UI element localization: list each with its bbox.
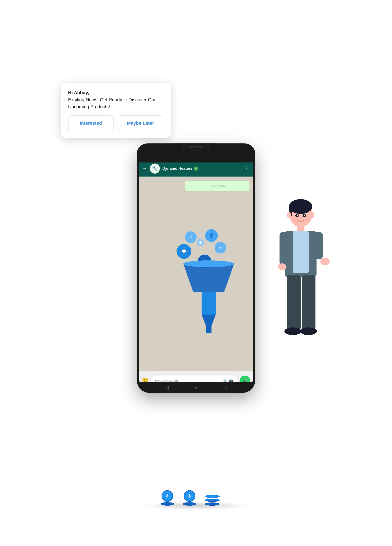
svg-point-4: [183, 260, 234, 267]
coin-shadow-2: [183, 502, 196, 506]
svg-rect-17: [287, 275, 301, 330]
interested-button[interactable]: Interested: [68, 115, 114, 131]
svg-point-19: [284, 327, 301, 335]
whatsapp-header: ← 🔧 Dynamo Heaters ✓ ⋮: [139, 161, 253, 176]
svg-rect-12: [293, 231, 309, 273]
speaker: [189, 146, 203, 147]
funnel-svg: [177, 258, 240, 343]
phone-notch: [137, 143, 255, 162]
popup-greeting: Hi Abhay,: [68, 90, 89, 95]
svg-point-6: [289, 199, 312, 214]
svg-point-8: [287, 212, 291, 218]
svg-rect-13: [280, 232, 288, 266]
svg-point-20: [300, 327, 317, 335]
svg-point-25: [292, 218, 297, 221]
phone-device: 9:45 ▋▋▋ ∿ ▮ ← 🔧 Dynamo Heaters ✓ ⋮: [137, 143, 255, 393]
back-button[interactable]: ←: [143, 166, 147, 171]
coin-stack-bot: [205, 502, 220, 506]
svg-rect-18: [302, 275, 315, 330]
contact-avatar: 🔧: [150, 163, 160, 174]
coin-stack-mid: [205, 499, 220, 502]
contact-name: Dynamo Heaters ✓: [162, 166, 242, 171]
maybe-later-button[interactable]: Maybe Later: [118, 115, 163, 131]
svg-point-16: [278, 263, 287, 270]
nav-back-icon[interactable]: ◁: [165, 385, 169, 390]
coins-area: $ $: [160, 490, 220, 506]
svg-marker-0: [183, 264, 234, 292]
sensor-dot: [207, 145, 209, 148]
popup-body: Exciting News! Get Ready to Discover Our…: [68, 97, 156, 109]
popup-buttons-row: Interested Maybe Later: [68, 115, 163, 131]
gear-float-icon: ⚙: [185, 231, 197, 243]
nav-home-icon[interactable]: ○: [195, 385, 198, 390]
svg-rect-14: [313, 232, 323, 259]
scene: 9:45 ▋▋▋ ∿ ▮ ← 🔧 Dynamo Heaters ✓ ⋮: [48, 20, 344, 527]
svg-marker-2: [202, 315, 216, 326]
popup-card: Hi Abhay, Exciting News! Get Ready to Di…: [61, 83, 171, 138]
verified-badge: ✓: [194, 166, 198, 171]
navigation-bar: ◁ ○ □: [139, 382, 253, 393]
coin-icon-1: $: [162, 490, 173, 502]
coin-icon-2: $: [184, 490, 195, 502]
person-svg: [268, 197, 331, 356]
sent-message-bubble: Interested: [185, 181, 249, 191]
coin-stack: [205, 495, 220, 506]
svg-point-15: [320, 258, 330, 265]
svg-point-9: [310, 212, 314, 218]
chat-area: Interested ⚙ 👤 💬 ♥ ◆ ⚙: [139, 176, 253, 371]
svg-rect-1: [202, 292, 216, 315]
heart-float-icon: ♥: [215, 242, 226, 254]
coin-2: $: [183, 490, 196, 506]
person-illustration: [268, 197, 336, 366]
chat-float-icon: 💬: [176, 244, 191, 259]
coin-shadow-1: [160, 502, 174, 506]
svg-point-26: [304, 218, 310, 221]
svg-point-22: [297, 214, 298, 216]
coin-1: $: [160, 490, 174, 506]
person-float-icon: 👤: [205, 229, 218, 242]
input-placeholder[interactable]: Type a message: [155, 379, 221, 382]
svg-point-24: [304, 214, 305, 216]
popup-message-text: Hi Abhay, Exciting News! Get Ready to Di…: [68, 89, 163, 110]
menu-icon[interactable]: ⋮: [244, 166, 249, 171]
coin-stack-top: [205, 495, 220, 498]
funnel-illustration: [177, 258, 240, 343]
nav-apps-icon[interactable]: □: [224, 385, 227, 390]
notch-cutout: [175, 143, 217, 150]
svg-rect-3: [206, 326, 212, 333]
camera-dot: [183, 145, 185, 148]
contact-info: Dynamo Heaters ✓: [162, 166, 242, 171]
dot-float-icon: ◆: [197, 239, 204, 246]
phone-screen: 9:45 ▋▋▋ ∿ ▮ ← 🔧 Dynamo Heaters ✓ ⋮: [139, 146, 253, 390]
